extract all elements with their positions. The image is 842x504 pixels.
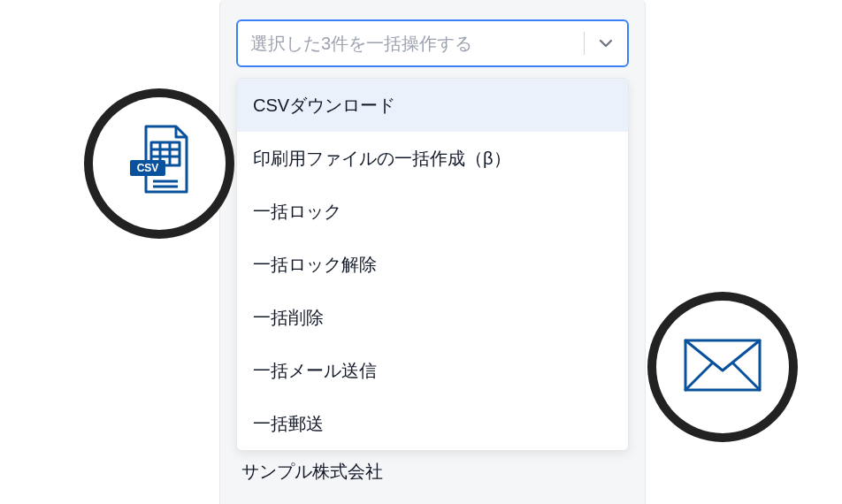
mail-icon: [682, 337, 763, 397]
mail-feature-circle: [656, 301, 789, 433]
bulk-action-select[interactable]: 選択した3件を一括操作する: [236, 19, 629, 67]
dropdown-item-label: 一括ロック解除: [253, 255, 377, 274]
dropdown-item-6[interactable]: 一括郵送: [237, 397, 628, 450]
dropdown-item-label: 一括メール送信: [253, 361, 377, 380]
csv-feature-circle: CSV: [93, 97, 226, 230]
chevron-down-icon: [597, 34, 615, 52]
select-divider: [584, 32, 585, 55]
company-name-text: サンプル株式会社: [236, 460, 629, 484]
dropdown-item-label: 一括削除: [253, 308, 324, 327]
dropdown-item-4[interactable]: 一括削除: [237, 291, 628, 344]
bulk-action-panel: 選択した3件を一括操作する CSVダウンロード印刷用ファイルの一括作成（β）一括…: [219, 0, 646, 504]
dropdown-item-1[interactable]: 印刷用ファイルの一括作成（β）: [237, 132, 628, 185]
dropdown-item-3[interactable]: 一括ロック解除: [237, 238, 628, 291]
bulk-action-dropdown: CSVダウンロード印刷用ファイルの一括作成（β）一括ロック一括ロック解除一括削除…: [236, 78, 629, 451]
dropdown-item-2[interactable]: 一括ロック: [237, 185, 628, 238]
dropdown-item-label: 印刷用ファイルの一括作成（β）: [253, 149, 511, 168]
dropdown-item-5[interactable]: 一括メール送信: [237, 344, 628, 397]
dropdown-item-label: 一括ロック: [253, 202, 341, 221]
csv-file-icon: CSV: [125, 123, 194, 204]
svg-text:CSV: CSV: [137, 162, 159, 174]
dropdown-item-label: 一括郵送: [253, 414, 324, 433]
bulk-action-select-label: 選択した3件を一括操作する: [250, 32, 571, 56]
dropdown-item-0[interactable]: CSVダウンロード: [237, 79, 628, 132]
dropdown-item-label: CSVダウンロード: [253, 95, 395, 115]
